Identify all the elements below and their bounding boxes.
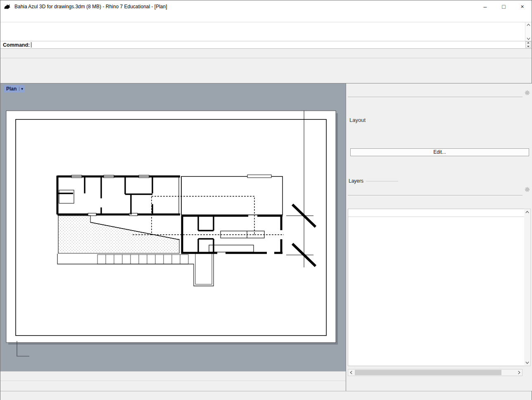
layers-table xyxy=(348,209,525,366)
scroll-down-icon[interactable] xyxy=(526,36,531,41)
viewport-tab-bar xyxy=(0,371,346,381)
viewport-title-tab[interactable]: Plan ▾ xyxy=(4,85,25,93)
rhino-window: Bahia Azul 3D for drawings.3dm (8 MB) - … xyxy=(0,0,532,400)
layers-options-gear-icon[interactable] xyxy=(525,187,530,192)
viewport-title: Plan xyxy=(4,86,19,92)
floor-plan-drawing xyxy=(0,83,346,371)
command-history[interactable] xyxy=(0,22,525,41)
layers-vertical-scrollbar[interactable] xyxy=(524,209,531,366)
minimize-button[interactable]: – xyxy=(476,0,494,13)
paper-shadow-bottom xyxy=(8,343,338,345)
paper-shadow-right xyxy=(336,113,338,345)
command-spinner[interactable] xyxy=(525,41,531,48)
toolbar-dock-space xyxy=(0,72,532,83)
viewport-menu-chevron-icon[interactable]: ▾ xyxy=(19,87,25,91)
layers-tab-bar xyxy=(348,185,522,195)
layout-viewport[interactable]: Plan ▾ xyxy=(0,83,346,371)
layers-horizontal-scrollbar[interactable] xyxy=(348,369,522,376)
close-button[interactable]: × xyxy=(513,0,532,13)
layers-table-header[interactable] xyxy=(348,209,524,217)
maximize-button[interactable]: □ xyxy=(494,0,513,13)
right-area-window xyxy=(247,175,271,178)
osnap-bar xyxy=(0,381,346,391)
edit-button[interactable]: Edit... xyxy=(350,148,529,156)
main-toolbar xyxy=(0,58,532,72)
text-caret xyxy=(31,42,31,48)
scroll-up-icon[interactable] xyxy=(525,210,530,214)
panel-tab-bar xyxy=(348,88,522,97)
scroll-left-icon[interactable] xyxy=(349,370,354,375)
layers-panel-title: Layers xyxy=(349,178,398,184)
command-area: Command: xyxy=(0,22,532,49)
title-bar: Bahia Azul 3D for drawings.3dm (8 MB) - … xyxy=(0,0,532,13)
right-dock-panel: Layout Edit... Layers xyxy=(346,83,532,391)
scrollbar-thumb[interactable] xyxy=(355,370,501,375)
status-bar xyxy=(0,391,532,400)
rhino-logo-icon xyxy=(4,3,11,10)
scroll-up-icon[interactable] xyxy=(526,23,531,27)
toolbar-tab-bar xyxy=(0,49,532,58)
window-title: Bahia Azul 3D for drawings.3dm (8 MB) - … xyxy=(14,4,167,10)
scroll-right-icon[interactable] xyxy=(517,370,521,375)
panel-options-gear-icon[interactable] xyxy=(525,90,530,95)
scroll-down-icon[interactable] xyxy=(525,360,530,365)
layout-paper[interactable] xyxy=(6,111,336,343)
command-input-row[interactable]: Command: xyxy=(0,41,532,48)
layout-section-title: Layout xyxy=(349,117,366,123)
command-scrollbar[interactable] xyxy=(525,22,532,41)
menu-bar xyxy=(0,13,532,22)
command-prompt: Command: xyxy=(3,42,30,48)
